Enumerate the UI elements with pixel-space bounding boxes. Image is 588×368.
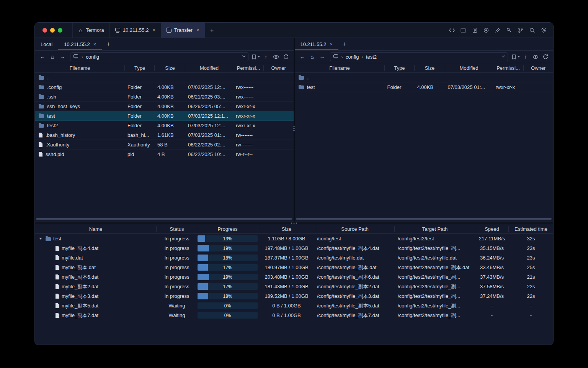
file-row[interactable]: .config Folder 4.00KB 07/02/2025 12:... … [35, 82, 294, 92]
panel-tab-close-icon[interactable] [330, 42, 333, 47]
show-hidden-eye-icon[interactable] [531, 53, 540, 61]
transfer-row[interactable]: myfile.dat In progress 18% 187.87MB / 1.… [35, 253, 553, 263]
refresh-button[interactable] [541, 53, 550, 61]
branch-icon[interactable] [516, 25, 526, 35]
file-row[interactable]: test Folder 4.00KB 07/03/2025 12:1... rw… [35, 111, 294, 121]
file-row[interactable]: .Xauthority Xauthority 58 B 06/22/2025 0… [35, 140, 294, 150]
transfer-row[interactable]: myfile_副本7.dat Waiting 0% 0 B / 1.00GB /… [35, 310, 553, 320]
titlebar-tab[interactable]: Transfer [161, 23, 205, 38]
column-header[interactable]: Owner [524, 63, 554, 72]
show-hidden-eye-icon[interactable] [271, 53, 281, 61]
horizontal-scrollbar[interactable] [36, 218, 292, 220]
transfer-column-header[interactable]: Speed [475, 224, 509, 233]
minimize-window-button[interactable] [50, 28, 55, 33]
transfer-row[interactable]: myfile_副本4.dat In progress 19% 197.48MB … [35, 243, 553, 253]
transfer-column-header[interactable]: Size [258, 224, 315, 233]
file-row[interactable]: test Folder 4.00KB 07/03/2025 01:... rwx… [295, 82, 554, 92]
path-bar[interactable]: config [70, 52, 248, 61]
breadcrumb-segment[interactable]: config [339, 54, 359, 60]
file-row[interactable]: ssh_host_keys Folder 4.00KB 06/26/2025 0… [35, 102, 294, 111]
path-bar[interactable]: configtest2 [330, 52, 508, 61]
file-type: Xauthority [125, 142, 155, 148]
upload-button[interactable]: ↑ [521, 53, 530, 61]
panel-tab[interactable]: 10.211.55.2 [295, 38, 338, 50]
transfer-row[interactable]: myfile_副本.dat In progress 17% 180.97MB /… [35, 263, 553, 272]
transfer-column-header[interactable]: Estimated time [509, 224, 553, 233]
breadcrumb-segment[interactable]: config [79, 54, 99, 60]
column-header[interactable]: Size [155, 63, 185, 72]
transfer-column-header[interactable]: Progress [197, 224, 258, 233]
back-button[interactable]: ← [298, 53, 307, 61]
transfer-column-header[interactable]: Target Path [395, 224, 475, 233]
horizontal-splitter[interactable] [35, 222, 553, 224]
home-button[interactable]: ⌂ [308, 53, 317, 61]
transfer-row[interactable]: myfile_副本3.dat In progress 18% 189.52MB … [35, 291, 553, 301]
tab-close-icon[interactable] [152, 28, 155, 33]
bookmark-button[interactable] [511, 53, 520, 61]
file-row[interactable]: test2 Folder 4.00KB 07/03/2025 12:... rw… [35, 121, 294, 130]
refresh-button[interactable] [281, 53, 291, 61]
horizontal-scrollbar[interactable] [296, 218, 552, 220]
panel-tab[interactable]: Local [35, 38, 58, 50]
panel-tab-close-icon[interactable] [93, 42, 96, 47]
target-path: /config/test2/test/myfile_副... [395, 245, 475, 252]
progress-fill [198, 245, 209, 251]
file-row[interactable]: .. [35, 73, 294, 82]
settings-gear-icon[interactable] [539, 25, 549, 35]
tab-close-icon[interactable] [196, 28, 199, 33]
file-row[interactable]: .bash_history bash_hi... 1.61KB 07/03/20… [35, 130, 294, 140]
home-button[interactable]: ⌂ [48, 53, 57, 61]
record-icon[interactable] [481, 25, 491, 35]
upload-button[interactable]: ↑ [261, 53, 271, 61]
forward-button[interactable]: → [318, 53, 327, 61]
file-row[interactable]: .. [295, 73, 554, 82]
file-name: ssh_host_keys [47, 104, 80, 109]
file-type: Folder [125, 104, 155, 109]
column-header[interactable]: Permissi... [233, 63, 264, 72]
transfer-column-header[interactable]: Source Path [315, 224, 395, 233]
bookmark-button[interactable] [252, 53, 261, 61]
column-header[interactable]: Modified [445, 63, 493, 72]
code-icon[interactable] [447, 25, 457, 35]
titlebar-tab[interactable]: 10.211.55.2 [110, 23, 161, 38]
progress-fill [198, 293, 208, 299]
chevron-down-icon[interactable] [502, 54, 505, 57]
disclosure-triangle-icon[interactable] [38, 236, 43, 242]
estimated-time: 32s [509, 236, 553, 242]
transfer-column-header[interactable]: Name [35, 224, 157, 233]
titlebar-tab[interactable]: Termora [73, 23, 110, 38]
column-header[interactable]: Owner [264, 63, 294, 72]
column-header[interactable]: Modified [185, 63, 233, 72]
column-header[interactable]: Permissi... [493, 63, 524, 72]
edit-icon[interactable] [493, 25, 503, 35]
transfer-row[interactable]: myfile_副本6.dat In progress 19% 203.48MB … [35, 272, 553, 282]
chevron-down-icon[interactable] [242, 54, 245, 57]
panel-tab[interactable]: 10.211.55.2 [58, 38, 102, 50]
transfer-column-header[interactable]: Status [157, 224, 197, 233]
panel-new-tab-button[interactable]: + [338, 38, 351, 50]
back-button[interactable]: ← [38, 53, 47, 61]
column-header[interactable]: Type [125, 63, 155, 72]
file-row[interactable]: .ssh Folder 4.00KB 06/21/2025 03:... rwx… [35, 92, 294, 102]
transfer-row[interactable]: test In progress 13% 1.11GB / 8.00GB /co… [35, 234, 553, 243]
zoom-window-button[interactable] [58, 28, 62, 33]
tab-label: Transfer [174, 27, 193, 33]
search-icon[interactable] [527, 25, 537, 35]
column-header[interactable]: Filename [295, 63, 385, 72]
forward-button[interactable]: → [58, 53, 67, 61]
transfer-row[interactable]: myfile_副本2.dat In progress 17% 181.43MB … [35, 282, 553, 291]
transfer-row[interactable]: myfile_副本5.dat Waiting 0% 0 B / 1.00GB /… [35, 301, 553, 310]
key-icon[interactable] [504, 25, 514, 35]
column-header[interactable]: Type [385, 63, 415, 72]
breadcrumb-segment[interactable]: test2 [359, 54, 377, 60]
file-row[interactable]: sshd.pid pid 4 B 06/22/2025 10:... rw-r-… [35, 150, 294, 159]
column-header[interactable]: Filename [35, 63, 125, 72]
file-type-icon [39, 152, 42, 157]
folder-icon[interactable] [458, 25, 468, 35]
panel-new-tab-button[interactable]: + [102, 38, 114, 50]
splitter-handle[interactable] [291, 222, 297, 223]
column-header[interactable]: Size [415, 63, 445, 72]
new-tab-button[interactable]: + [205, 23, 219, 38]
log-icon[interactable] [470, 25, 480, 35]
close-window-button[interactable] [42, 28, 47, 33]
